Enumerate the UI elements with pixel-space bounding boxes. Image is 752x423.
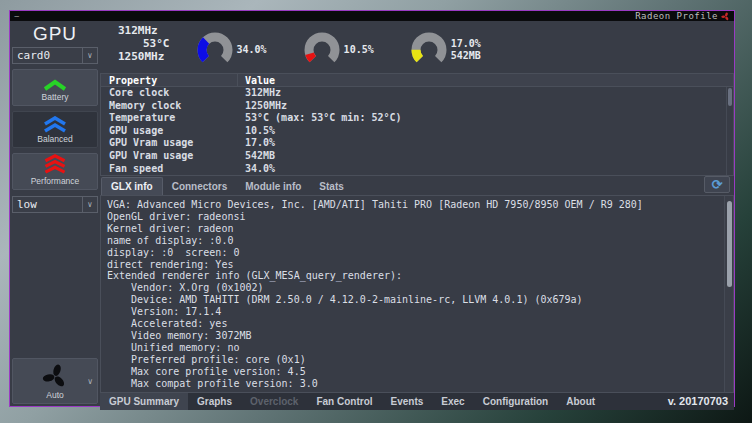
gpu-usage-gauge: 10.5% bbox=[303, 27, 374, 73]
property-cell: GPU usage bbox=[101, 125, 238, 138]
power-level-select[interactable]: low ∨ bbox=[12, 196, 98, 213]
glx-info-line: VGA: Advanced Micro Devices, Inc. [AMD/A… bbox=[107, 199, 719, 211]
glx-info-line: Device: AMD TAHITI (DRM 2.50.0 / 4.12.0-… bbox=[107, 294, 719, 306]
balanced-label: Balanced bbox=[37, 134, 72, 147]
tab-fan-control[interactable]: Fan Control bbox=[307, 393, 381, 410]
chevron-down-icon: ∨ bbox=[82, 48, 97, 63]
glx-info-panel: VGA: Advanced Micro Devices, Inc. [AMD/A… bbox=[100, 195, 734, 393]
table-row: GPU Vram usage 17.0% bbox=[101, 137, 733, 150]
value-cell: 17.0% bbox=[238, 137, 275, 150]
sidebar: GPU card0 ∨ Battery Balanced bbox=[10, 21, 100, 410]
glx-info-line: direct rendering: Yes bbox=[107, 259, 719, 271]
tab-graphs[interactable]: Graphs bbox=[188, 393, 241, 410]
card-select[interactable]: card0 ∨ bbox=[12, 47, 98, 64]
version-label: v. 20170703 bbox=[668, 393, 734, 410]
table-scrollbar[interactable] bbox=[726, 87, 733, 175]
glx-scrollbar-thumb[interactable] bbox=[727, 201, 732, 287]
core-clock-readout: 312MHz bbox=[118, 24, 170, 37]
property-column-header[interactable]: Property bbox=[101, 74, 238, 86]
table-row: Memory clock 1250MHz bbox=[101, 100, 733, 113]
gpu-usage-gauge-arc bbox=[303, 31, 341, 69]
property-table: Property Value Core clock 312MHz Memory … bbox=[100, 73, 734, 176]
tab-stats[interactable]: Stats bbox=[310, 178, 352, 195]
value-column-header[interactable]: Value bbox=[238, 74, 275, 86]
minimize-icon[interactable]: − bbox=[14, 12, 19, 21]
glx-info-line: display: :0 screen: 0 bbox=[107, 247, 719, 259]
value-cell: 34.0% bbox=[238, 163, 275, 176]
temperature-readout: 53°C bbox=[118, 37, 170, 50]
chevron-down-icon: ∨ bbox=[87, 377, 93, 386]
glx-info-line: name of display: :0.0 bbox=[107, 235, 719, 247]
table-row: GPU Vram usage 542MB bbox=[101, 150, 733, 163]
tab-glx-info[interactable]: GLX info bbox=[101, 177, 163, 195]
value-cell: 1250MHz bbox=[238, 100, 287, 113]
main-tab-bar: GPU Summary Graphs Overclock Fan Control… bbox=[100, 393, 734, 410]
glx-info-line: Version: 17.1.4 bbox=[107, 306, 719, 318]
gpu-usage-gauge-value: 10.5% bbox=[344, 44, 374, 56]
tab-gpu-summary[interactable]: GPU Summary bbox=[100, 393, 188, 410]
vram-usage-gauge-amount: 542MB bbox=[451, 50, 481, 62]
radeon-profile-window: − Radeon Profile GPU card0 ∨ Battery bbox=[9, 10, 735, 407]
value-cell: 10.5% bbox=[238, 125, 275, 138]
vram-usage-gauge: 17.0% 542MB bbox=[410, 27, 481, 73]
value-cell: 53°C (max: 53°C min: 52°C) bbox=[238, 112, 402, 125]
memory-clock-readout: 1250MHz bbox=[118, 50, 170, 63]
tab-events[interactable]: Events bbox=[382, 393, 433, 410]
glx-info-line: Preferred profile: core (0x1) bbox=[107, 354, 719, 366]
summary-header: 312MHz 53°C 1250MHz 34.0% 10.5% bbox=[100, 21, 734, 73]
tab-about[interactable]: About bbox=[557, 393, 604, 410]
tab-exec[interactable]: Exec bbox=[432, 393, 473, 410]
glx-info-line: Video memory: 3072MB bbox=[107, 330, 719, 342]
value-cell: 542MB bbox=[238, 150, 275, 163]
window-title: Radeon Profile bbox=[635, 11, 718, 21]
table-row: Core clock 312MHz bbox=[101, 87, 733, 100]
triple-chevron-up-icon bbox=[42, 154, 68, 175]
chevron-down-icon: ∨ bbox=[82, 197, 97, 212]
fan-icon bbox=[42, 363, 69, 390]
gpu-heading: GPU bbox=[10, 21, 100, 45]
property-cell: Fan speed bbox=[101, 163, 238, 176]
property-cell: Temperature bbox=[101, 112, 238, 125]
property-cell: Memory clock bbox=[101, 100, 238, 113]
chevron-up-icon bbox=[42, 79, 68, 91]
tab-module-info[interactable]: Module info bbox=[236, 178, 310, 195]
fan-speed-gauge-arc bbox=[196, 31, 234, 69]
balanced-profile-button[interactable]: Balanced bbox=[12, 111, 98, 148]
glx-info-line: Unified memory: no bbox=[107, 342, 719, 354]
double-chevron-up-icon bbox=[42, 116, 68, 133]
glx-info-line: OpenGL driver: radeonsi bbox=[107, 211, 719, 223]
fan-auto-label: Auto bbox=[13, 390, 97, 400]
clock-readouts: 312MHz 53°C 1250MHz bbox=[118, 21, 170, 73]
glx-info-line: Vendor: X.Org (0x1002) bbox=[107, 282, 719, 294]
power-level-value: low bbox=[13, 198, 82, 211]
value-cell: 312MHz bbox=[238, 87, 281, 100]
table-row: Fan speed 34.0% bbox=[101, 163, 733, 176]
vram-usage-gauge-value: 17.0% bbox=[451, 38, 481, 50]
titlebar: − Radeon Profile bbox=[10, 11, 734, 21]
battery-label: Battery bbox=[42, 92, 69, 105]
table-row: GPU usage 10.5% bbox=[101, 125, 733, 138]
fan-speed-gauge: 34.0% bbox=[196, 27, 267, 73]
table-row: Temperature 53°C (max: 53°C min: 52°C) bbox=[101, 112, 733, 125]
table-scrollbar-thumb[interactable] bbox=[728, 88, 732, 106]
glx-info-line: Max compat profile version: 3.0 bbox=[107, 378, 719, 390]
fan-auto-button[interactable]: ∨ Auto bbox=[12, 358, 98, 404]
tab-connectors[interactable]: Connectors bbox=[163, 178, 237, 195]
glx-info-line: Extended renderer info (GLX_MESA_query_r… bbox=[107, 270, 719, 282]
tab-configuration[interactable]: Configuration bbox=[474, 393, 558, 410]
main-area: 312MHz 53°C 1250MHz 34.0% 10.5% bbox=[100, 21, 734, 410]
property-cell: GPU Vram usage bbox=[101, 150, 238, 163]
property-cell: Core clock bbox=[101, 87, 238, 100]
glx-scrollbar[interactable] bbox=[724, 196, 733, 392]
property-cell: GPU Vram usage bbox=[101, 137, 238, 150]
card-select-value: card0 bbox=[13, 49, 82, 62]
performance-profile-button[interactable]: Performance bbox=[12, 153, 98, 190]
gauges: 34.0% 10.5% 17.0% 542MB bbox=[196, 21, 517, 73]
performance-label: Performance bbox=[31, 176, 80, 189]
refresh-button[interactable]: ⟳ bbox=[704, 176, 730, 193]
refresh-icon: ⟳ bbox=[712, 177, 723, 192]
fan-speed-gauge-value: 34.0% bbox=[237, 44, 267, 56]
app-fan-icon bbox=[721, 12, 730, 21]
table-header-row: Property Value bbox=[101, 74, 733, 87]
battery-profile-button[interactable]: Battery bbox=[12, 69, 98, 106]
